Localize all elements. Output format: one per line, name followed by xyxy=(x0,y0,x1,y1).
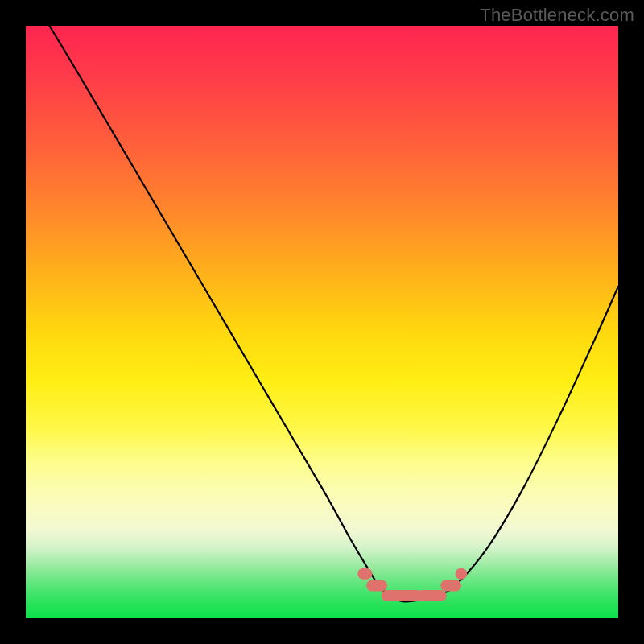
valley-pill xyxy=(456,568,468,580)
chart-frame: TheBottleneck.com xyxy=(0,0,644,644)
bottleneck-curve xyxy=(49,26,618,601)
chart-svg xyxy=(26,26,618,618)
valley-pill xyxy=(357,568,372,580)
watermark-text: TheBottleneck.com xyxy=(480,5,634,26)
valley-pill xyxy=(440,580,461,592)
valley-pill xyxy=(417,590,447,601)
valley-pill xyxy=(382,590,423,601)
valley-pill xyxy=(366,580,387,592)
plot-area xyxy=(26,26,618,618)
valley-band xyxy=(357,568,467,601)
